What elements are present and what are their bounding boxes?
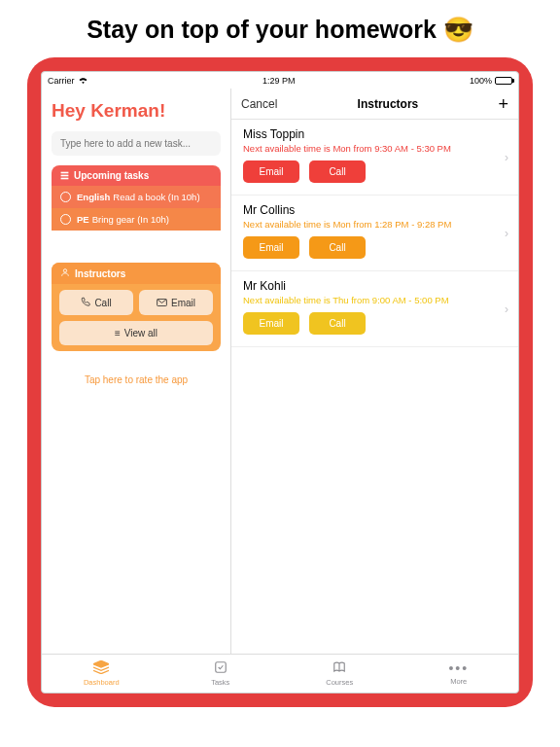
task-desc: Bring gear <box>92 214 135 225</box>
task-desc: Read a book <box>113 192 165 202</box>
task-when: (In 10h) <box>168 192 200 202</box>
rate-app-link[interactable]: Tap here to rate the app <box>52 374 221 385</box>
nav-bar: Cancel Instructors + <box>231 89 518 120</box>
chevron-right-icon: › <box>505 302 508 316</box>
add-button[interactable]: + <box>498 95 508 113</box>
instructor-call-button[interactable]: Call <box>309 236 366 259</box>
task-row[interactable]: PEBring gear (In 10h) <box>52 208 221 231</box>
task-subject: PE <box>77 214 89 225</box>
instructors-card: Instructors Call Email <box>52 263 221 351</box>
more-icon: ••• <box>448 661 469 675</box>
instructor-call-button[interactable]: Call <box>309 312 366 335</box>
tab-label: Courses <box>326 678 353 687</box>
instructor-item[interactable]: Mr Kohli Next available time is Thu from… <box>231 271 518 347</box>
menu-icon: ≡ <box>115 328 121 338</box>
instructor-email-button[interactable]: Email <box>243 160 299 183</box>
mail-icon <box>157 298 167 308</box>
task-subject: Math <box>77 236 98 247</box>
status-bar: Carrier 1:29 PM 100% <box>42 72 518 89</box>
view-all-label: View all <box>124 328 158 338</box>
carrier-label: Carrier <box>48 76 75 86</box>
task-row[interactable]: EnglishRead a book (In 10h) <box>52 186 221 208</box>
instructors-card-header: Instructors <box>52 263 221 284</box>
call-label: Call <box>94 298 111 308</box>
promo-title: Stay on top of your homework 😎 <box>0 0 560 57</box>
chevron-right-icon: › <box>505 227 508 240</box>
task-checkbox[interactable] <box>60 192 71 202</box>
task-checkbox[interactable] <box>60 214 71 225</box>
instructor-list[interactable]: Miss Toppin Next available time is Mon f… <box>231 120 518 654</box>
greeting: Hey Kerman! <box>52 96 221 122</box>
instructor-email-button[interactable]: Email <box>243 312 299 335</box>
book-icon <box>332 660 346 676</box>
instructor-availability: Next available time is Thu from 9:00 AM … <box>243 295 507 305</box>
upcoming-tasks-card: ☰ Upcoming tasks EnglishRead a book (In … <box>52 165 221 253</box>
call-button[interactable]: Call <box>59 290 133 315</box>
instructor-availability: Next available time is Mon from 9:30 AM … <box>243 143 507 154</box>
view-all-button[interactable]: ≡ View all <box>59 321 213 345</box>
instructor-item[interactable]: Mr Collins Next available time is Mon fr… <box>231 196 518 271</box>
tab-tasks[interactable]: Tasks <box>161 655 281 693</box>
instructor-email-button[interactable]: Email <box>243 236 299 259</box>
svg-rect-2 <box>216 662 227 673</box>
tasks-icon <box>214 660 228 676</box>
instructor-name: Mr Kohli <box>243 279 507 293</box>
instructor-item[interactable]: Miss Toppin Next available time is Mon f… <box>231 120 518 196</box>
task-desc: Page 98 <box>101 236 135 247</box>
new-task-input[interactable] <box>52 131 221 156</box>
tab-label: More <box>450 677 467 686</box>
device-screen: Carrier 1:29 PM 100% Hey Kerman! ☰ Upcom… <box>41 71 519 694</box>
battery-icon <box>495 77 512 85</box>
cancel-button[interactable]: Cancel <box>241 97 277 111</box>
tab-bar: Dashboard Tasks Courses ••• More <box>42 654 518 693</box>
instructor-name: Mr Collins <box>243 203 507 217</box>
stack-icon <box>93 660 109 676</box>
chevron-right-icon: › <box>505 151 508 164</box>
instructors-pane: Cancel Instructors + Miss Toppin Next av… <box>231 89 518 654</box>
email-label: Email <box>171 298 195 308</box>
phone-icon <box>81 297 90 308</box>
instructor-availability: Next available time is Mon from 1:28 PM … <box>243 219 507 230</box>
task-checkbox[interactable] <box>60 236 71 247</box>
upcoming-tasks-header: ☰ Upcoming tasks <box>52 165 221 186</box>
email-button[interactable]: Email <box>139 290 213 315</box>
tab-label: Dashboard <box>84 678 120 687</box>
task-row[interactable]: MathPage 98 (In 6d) <box>52 231 221 253</box>
tab-more[interactable]: ••• More <box>400 655 519 693</box>
nav-title: Instructors <box>358 97 419 111</box>
tab-dashboard[interactable]: Dashboard <box>42 655 161 693</box>
device-frame: Carrier 1:29 PM 100% Hey Kerman! ☰ Upcom… <box>27 57 533 707</box>
upcoming-tasks-title: Upcoming tasks <box>74 170 149 181</box>
instructors-card-title: Instructors <box>75 268 125 279</box>
person-icon <box>60 267 70 279</box>
battery-pct: 100% <box>470 76 492 86</box>
task-subject: English <box>77 192 110 202</box>
instructor-name: Miss Toppin <box>243 127 507 141</box>
dashboard-pane: Hey Kerman! ☰ Upcoming tasks EnglishRead… <box>42 89 231 654</box>
svg-point-0 <box>63 269 66 272</box>
task-when: (In 6d) <box>138 236 164 247</box>
tab-label: Tasks <box>211 678 229 687</box>
status-time: 1:29 PM <box>262 76 296 86</box>
task-when: (In 10h) <box>137 214 169 225</box>
wifi-icon <box>78 76 88 86</box>
list-icon: ☰ <box>60 170 69 181</box>
instructor-call-button[interactable]: Call <box>309 160 366 183</box>
tab-courses[interactable]: Courses <box>280 655 400 693</box>
